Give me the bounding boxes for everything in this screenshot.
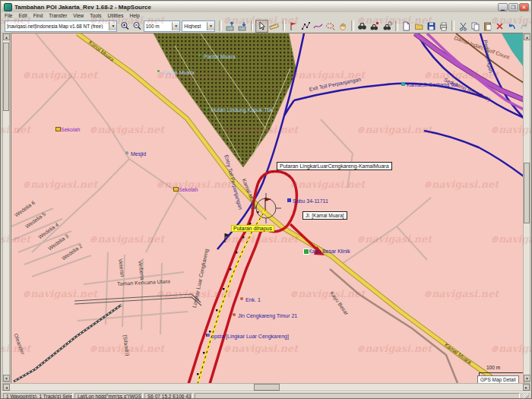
scroll-thumb[interactable] bbox=[524, 163, 530, 223]
window-title: Tambahan POI Jakarta_Rev 1.68-2 - MapSou… bbox=[14, 4, 497, 11]
zoom-in-button[interactable] bbox=[119, 20, 131, 33]
label-text: Jln Cengkareng Timur 21 bbox=[238, 313, 297, 318]
copy-button[interactable] bbox=[469, 20, 481, 33]
binoculars-icon bbox=[357, 21, 367, 31]
selected-waypoint-label[interactable]: Putaran dihapus bbox=[231, 225, 274, 232]
find-nearest-button[interactable] bbox=[369, 20, 381, 33]
delete-button[interactable] bbox=[494, 20, 506, 33]
device-send-icon bbox=[225, 21, 235, 31]
recent-finds-button[interactable] bbox=[381, 20, 393, 33]
open-button[interactable] bbox=[413, 20, 425, 33]
menu-transfer[interactable]: Transfer bbox=[46, 13, 70, 18]
dotr-icon bbox=[233, 313, 236, 316]
pan-tool-button[interactable] bbox=[337, 20, 349, 33]
product-select[interactable]: [navigasi.net]Indonesia Map v1.68 NT (fr… bbox=[5, 21, 117, 32]
status-bar: 1 Waypoint(s), 1 Track(s) Selected Lat/L… bbox=[2, 391, 530, 399]
label-text: opsta [Lingkar Luar Cengkareng] bbox=[211, 334, 289, 339]
scroll-down-button[interactable]: ▼ bbox=[3, 375, 10, 382]
status-position-format: Lat/Lon hddd°mm'ss.s"(WGS 84) bbox=[74, 393, 143, 399]
scroll-up-button[interactable]: ▲ bbox=[3, 33, 10, 40]
track-icon bbox=[313, 21, 323, 31]
map-poi-label[interactable]: Sekolah bbox=[179, 187, 198, 192]
map-poi-label[interactable]: Jln Cengkareng Timur 21 bbox=[238, 313, 297, 318]
cut-button[interactable] bbox=[457, 20, 469, 33]
chevron-down-icon[interactable]: ▼ bbox=[109, 22, 116, 30]
measure-tool-button[interactable] bbox=[268, 20, 280, 33]
menu-utilities[interactable]: Utilities bbox=[104, 13, 126, 18]
zoom-scale-select[interactable]: 100 m▼ bbox=[144, 21, 181, 32]
scroll-thumb[interactable] bbox=[254, 384, 280, 391]
paste-button[interactable] bbox=[481, 20, 493, 33]
map-viewport[interactable]: Kanal MuaraKamal MuaraKamal MuaraExit To… bbox=[11, 33, 524, 384]
scroll-down-button[interactable]: ▼ bbox=[524, 375, 530, 382]
map-poi-label[interactable]: Spbu 34-11711 bbox=[293, 198, 328, 204]
scroll-up-button[interactable]: ▲ bbox=[524, 33, 530, 40]
redo-button[interactable] bbox=[518, 20, 530, 33]
close-button[interactable]: ✕ bbox=[519, 3, 529, 11]
binoculars-flag-icon bbox=[369, 21, 379, 31]
zoom-out-icon bbox=[132, 21, 142, 31]
scroll-right-button[interactable]: ► bbox=[523, 384, 530, 391]
selected-road-label[interactable]: Jl. [Kamal Muara] bbox=[302, 211, 347, 220]
chevron-down-icon[interactable]: ▼ bbox=[172, 22, 179, 30]
clinic-icon bbox=[303, 249, 309, 255]
scroll-thumb[interactable] bbox=[3, 43, 9, 111]
undo-icon bbox=[507, 21, 517, 31]
map-poi-label[interactable]: Sekolah bbox=[61, 127, 80, 132]
map-poi-label[interactable]: Hutan Lindung Kapuk Tbk bbox=[211, 107, 273, 112]
menu-tools[interactable]: Tools bbox=[87, 13, 104, 18]
route-tool-button[interactable] bbox=[300, 20, 312, 33]
menu-find[interactable]: Find bbox=[30, 13, 46, 18]
dotr-icon bbox=[240, 297, 243, 300]
track-tool-button[interactable] bbox=[312, 20, 325, 33]
horizontal-scrollbar[interactable]: ◄ ► bbox=[2, 383, 530, 391]
minimize-button[interactable]: ▁ bbox=[498, 3, 508, 11]
save-button[interactable] bbox=[425, 20, 437, 33]
map-poi-label[interactable]: Kayu Besar Klinik bbox=[309, 249, 350, 254]
title-bar[interactable]: Tambahan POI Jakarta_Rev 1.68-2 - MapSou… bbox=[2, 2, 530, 13]
toolbar-separator bbox=[395, 21, 398, 31]
mosque-icon bbox=[125, 151, 128, 154]
toolbar: [navigasi.net]Indonesia Map v1.68 NT (fr… bbox=[2, 19, 530, 33]
find-places-button[interactable] bbox=[356, 20, 369, 33]
label-text: Sekolah bbox=[179, 187, 198, 192]
detail-level-select[interactable]: Highest▼ bbox=[182, 21, 215, 32]
maximize-button[interactable]: ❐ bbox=[508, 3, 518, 11]
selection-tool-button[interactable] bbox=[255, 20, 268, 33]
resize-grip[interactable] bbox=[523, 394, 529, 399]
waypoint-tool-button[interactable] bbox=[287, 20, 299, 33]
toolbar-separator bbox=[251, 21, 254, 31]
menu-file[interactable]: File bbox=[2, 13, 15, 18]
menu-help[interactable]: Help bbox=[126, 13, 142, 18]
chevron-down-icon[interactable]: ▼ bbox=[207, 22, 214, 30]
lasso-tool-button[interactable] bbox=[325, 20, 337, 33]
zoom-in-icon bbox=[120, 21, 130, 31]
undo-button[interactable] bbox=[506, 20, 518, 33]
waypoint-callout[interactable]: Putaran LingkarLuarCengkareng-KamalMuara bbox=[277, 162, 392, 170]
label-text: Kamal,Jl.Gerbang Tol bbox=[407, 82, 458, 87]
map-poi-label[interactable]: Enk. 1 bbox=[245, 297, 261, 302]
send-to-device-button[interactable] bbox=[224, 20, 236, 33]
fuel-icon bbox=[287, 198, 291, 202]
vertical-scrollbar-right[interactable]: ▲ ▼ bbox=[523, 33, 530, 382]
map-poi-label[interactable]: Pantai Muara bbox=[204, 54, 236, 59]
print-button[interactable] bbox=[437, 20, 449, 33]
receive-from-device-button[interactable] bbox=[236, 20, 249, 33]
flag-icon bbox=[289, 21, 299, 31]
label-text: Kayu Besar Klinik bbox=[309, 249, 350, 254]
scroll-left-button[interactable]: ◄ bbox=[3, 384, 10, 391]
map-poi-label[interactable]: Mesjid bbox=[131, 151, 146, 157]
map-poi-label[interactable]: Kamal,Jl.Gerbang Tol bbox=[407, 82, 458, 87]
map-poi-label[interactable]: Kapuk Muara bbox=[163, 70, 195, 75]
hand-icon bbox=[338, 21, 348, 31]
menu-edit[interactable]: Edit bbox=[15, 13, 30, 18]
dotg-icon bbox=[206, 107, 208, 109]
paste-icon bbox=[483, 21, 492, 31]
menu-view[interactable]: View bbox=[70, 13, 87, 18]
print-icon bbox=[439, 21, 448, 31]
zoom-out-button[interactable] bbox=[131, 20, 144, 33]
vertical-scrollbar-left[interactable]: ▲ ▼ bbox=[2, 33, 10, 382]
map-poi-label[interactable]: opsta [Lingkar Luar Cengkareng] bbox=[211, 334, 289, 339]
device-receive-icon bbox=[237, 21, 247, 31]
new-button[interactable] bbox=[401, 20, 413, 33]
